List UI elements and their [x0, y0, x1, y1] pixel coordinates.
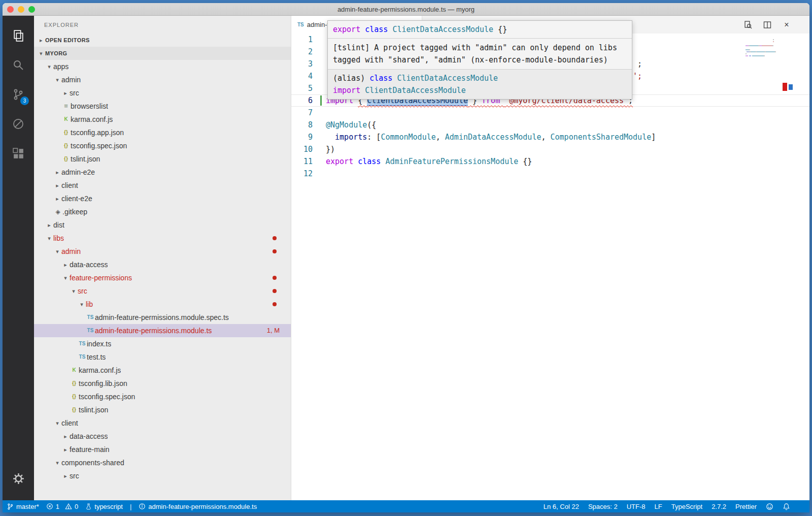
code-line-10[interactable]: 10}) — [291, 143, 809, 155]
line-number: 7 — [291, 107, 313, 119]
language-mode-status[interactable]: TypeScript — [671, 503, 702, 510]
minimap[interactable] — [746, 35, 779, 59]
tree-item-label: tsconfig.spec.json — [79, 390, 135, 403]
tree-item-label: karma.conf.js — [71, 113, 113, 126]
tree-folder-src[interactable]: ▸src — [34, 469, 291, 482]
chevron-down-icon[interactable]: ▾ — [45, 232, 53, 245]
window-title: admin-feature-permissions.module.ts — my… — [3, 3, 809, 16]
line-number: 6 — [291, 94, 313, 107]
notifications-bell-icon[interactable] — [783, 503, 790, 510]
tree-folder-admin[interactable]: ▾admin — [34, 73, 291, 86]
eol-status[interactable]: LF — [655, 503, 662, 510]
tree-folder-data-access[interactable]: ▸data-access — [34, 258, 291, 271]
tree-item-label: client — [61, 416, 78, 430]
formatter-status[interactable]: Prettier — [735, 503, 757, 510]
chevron-right-icon[interactable]: ▸ — [53, 192, 61, 205]
tree-file-tsconfig.lib.json[interactable]: {}tsconfig.lib.json — [34, 377, 291, 390]
tree-folder-dist[interactable]: ▸dist — [34, 218, 291, 232]
open-editors-section[interactable]: ▸ OPEN EDITORS — [34, 34, 291, 47]
tree-file-tslint.json[interactable]: {}tslint.json — [34, 403, 291, 416]
tree-folder-src[interactable]: ▸src — [34, 86, 291, 100]
chevron-right-icon[interactable]: ▸ — [61, 443, 70, 456]
code-line-7[interactable]: 7 — [291, 107, 809, 119]
code-line-12[interactable]: 12 — [291, 168, 809, 180]
git-modified-dot — [273, 302, 277, 306]
problems-status[interactable]: 1 0 — [46, 503, 78, 510]
chevron-right-icon[interactable]: ▸ — [61, 469, 70, 482]
tree-file-karma.conf.js[interactable]: Kkarma.conf.js — [34, 364, 291, 377]
git-branch-status[interactable]: master* — [7, 503, 39, 510]
cursor-position-status[interactable]: Ln 6, Col 22 — [544, 503, 579, 510]
close-window-button[interactable] — [7, 6, 14, 13]
chevron-right-icon[interactable]: ▸ — [53, 179, 61, 192]
chevron-right-icon[interactable]: ▸ — [61, 430, 70, 443]
tree-folder-data-access[interactable]: ▸data-access — [34, 430, 291, 443]
feedback-smiley-icon[interactable] — [766, 503, 773, 510]
workspace-root-section[interactable]: ▾ MYORG — [34, 47, 291, 60]
close-editor-icon[interactable]: × — [782, 20, 791, 29]
source-control-icon[interactable]: 3 — [3, 80, 34, 109]
chevron-right-icon[interactable]: ▸ — [61, 258, 70, 271]
zoom-window-button[interactable] — [28, 6, 35, 13]
tree-file-tslint.json[interactable]: {}tslint.json — [34, 152, 291, 166]
code-line-11[interactable]: 11export class AdminFeaturePermissionsMo… — [291, 155, 809, 168]
tree-folder-components-shared[interactable]: ▾components-shared — [34, 456, 291, 469]
code-area[interactable]: 123;4';56import { ClientDataAccessModule… — [291, 34, 809, 500]
chevron-down-icon[interactable]: ▾ — [78, 298, 86, 311]
tree-file-browserslist[interactable]: ≡browserslist — [34, 100, 291, 113]
tree-folder-client-e2e[interactable]: ▸client-e2e — [34, 192, 291, 205]
tree-file-tsconfig.app.json[interactable]: {}tsconfig.app.json — [34, 126, 291, 139]
chevron-down-icon[interactable]: ▾ — [53, 416, 61, 430]
chevron-down-icon[interactable]: ▾ — [61, 271, 70, 284]
tree-folder-lib[interactable]: ▾lib — [34, 298, 291, 311]
chevron-down-icon[interactable]: ▾ — [45, 60, 53, 73]
tree-file-admin-feature-permissions.module.ts[interactable]: TSadmin-feature-permissions.module.ts1, … — [34, 324, 291, 337]
code-line-9[interactable]: 9 imports: [CommonModule, AdminDataAcces… — [291, 131, 809, 143]
tree-item-label: apps — [53, 60, 69, 73]
extensions-icon[interactable] — [3, 139, 34, 168]
tree-folder-apps[interactable]: ▾apps — [34, 60, 291, 73]
chevron-right-icon[interactable]: ▸ — [45, 218, 53, 232]
typescript-version-status[interactable]: 2.7.2 — [712, 503, 726, 510]
tree-folder-client[interactable]: ▸client — [34, 179, 291, 192]
tree-folder-libs[interactable]: ▾libs — [34, 232, 291, 245]
hover-lint-message: [tslint] A project tagged with "admin" c… — [328, 39, 632, 69]
tree-file-admin-feature-permissions.module.spec.ts[interactable]: TSadmin-feature-permissions.module.spec.… — [34, 311, 291, 324]
tree-file-index.ts[interactable]: TSindex.ts — [34, 337, 291, 350]
chevron-right-icon[interactable]: ▸ — [53, 166, 61, 179]
chevron-down-icon[interactable]: ▾ — [53, 456, 61, 469]
tree-file-karma.conf.js[interactable]: Kkarma.conf.js — [34, 113, 291, 126]
explorer-icon[interactable] — [3, 21, 34, 50]
karma-file-icon: K — [61, 113, 71, 126]
git-modified-dot — [273, 236, 277, 240]
tree-folder-client[interactable]: ▾client — [34, 416, 291, 430]
chevron-down-icon[interactable]: ▾ — [70, 284, 78, 298]
minimize-window-button[interactable] — [18, 6, 24, 13]
tree-folder-feature-permissions[interactable]: ▾feature-permissions — [34, 271, 291, 284]
line-number: 4 — [291, 70, 313, 82]
settings-gear-icon[interactable] — [3, 464, 34, 493]
active-file-status[interactable]: admin-feature-permissions.module.ts — [139, 503, 257, 510]
code-line-8[interactable]: 8@NgModule({ — [291, 119, 809, 131]
line-number: 5 — [291, 82, 313, 94]
search-icon[interactable] — [3, 50, 34, 80]
chevron-down-icon[interactable]: ▾ — [53, 245, 61, 258]
tree-file-.gitkeep[interactable]: ◈.gitkeep — [34, 205, 291, 218]
debug-icon[interactable] — [3, 109, 34, 139]
find-icon[interactable] — [743, 20, 753, 29]
tree-folder-src[interactable]: ▾src — [34, 284, 291, 298]
tree-folder-admin[interactable]: ▾admin — [34, 245, 291, 258]
tree-file-tsconfig.spec.json[interactable]: {}tsconfig.spec.json — [34, 139, 291, 152]
tree-file-tsconfig.spec.json[interactable]: {}tsconfig.spec.json — [34, 390, 291, 403]
tree-item-label: client-e2e — [61, 192, 92, 205]
tslint-status[interactable]: typescript — [85, 503, 123, 510]
explorer-sidebar: EXPLORER ▸ OPEN EDITORS ▾ MYORG ▾apps▾ad… — [34, 16, 291, 500]
indentation-status[interactable]: Spaces: 2 — [588, 503, 618, 510]
encoding-status[interactable]: UTF-8 — [627, 503, 646, 510]
chevron-down-icon[interactable]: ▾ — [53, 73, 61, 86]
tree-folder-feature-main[interactable]: ▸feature-main — [34, 443, 291, 456]
tree-file-test.ts[interactable]: TStest.ts — [34, 350, 291, 364]
split-editor-icon[interactable] — [763, 20, 772, 29]
chevron-right-icon[interactable]: ▸ — [61, 86, 70, 100]
tree-folder-admin-e2e[interactable]: ▸admin-e2e — [34, 166, 291, 179]
